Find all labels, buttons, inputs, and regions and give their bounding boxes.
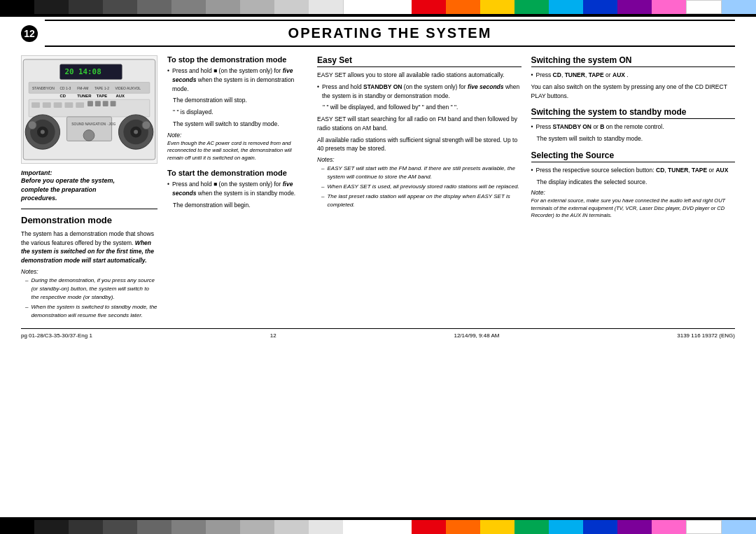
important-text: Before you operate the system, complete …: [21, 176, 158, 203]
easy-set-note-2: – When EASY SET is used, all previously …: [317, 183, 522, 191]
stop-demo-bullet: • Press and hold ■ (on the system only) …: [167, 66, 307, 93]
bgs-5: [137, 520, 172, 534]
gs-3: [69, 0, 103, 14]
column-1: 20 14:08 STANDBY/ON CD 1-3 FM-AM TAPE 1-…: [21, 55, 158, 321]
svg-text:FM-AM: FM-AM: [77, 87, 88, 90]
switching-standby-line1: The system will switch to standby mode.: [531, 134, 736, 143]
c-cyan: [549, 0, 583, 14]
switching-on-title: Switching the system ON: [531, 55, 736, 67]
easy-set-note-3: – The last preset radio station will app…: [317, 192, 522, 209]
gs-7: [206, 0, 240, 14]
c-green: [514, 0, 549, 14]
gs-1: [0, 0, 34, 14]
easy-set-title: Easy Set: [317, 55, 522, 67]
three-column-layout: 20 14:08 STANDBY/ON CD 1-3 FM-AM TAPE 1-…: [21, 55, 735, 321]
bc-green: [514, 520, 549, 534]
switching-on-bullet: • Press CD, TUNER, TAPE or AUX .: [531, 71, 736, 80]
gs-4: [103, 0, 137, 14]
svg-rect-18: [64, 102, 73, 108]
device-image: 20 14:08 STANDBY/ON CD 1-3 FM-AM TAPE 1-…: [21, 55, 158, 164]
start-demo-heading: To start the demonstration mode: [167, 169, 307, 177]
stop-demo-line2: " " is displayed.: [167, 108, 307, 117]
svg-point-34: [83, 130, 94, 141]
svg-text:TAPE: TAPE: [97, 94, 107, 98]
bgs-4: [103, 520, 137, 534]
gs-10: [309, 0, 344, 14]
svg-point-35: [28, 121, 36, 129]
color-bar-bottom: [0, 520, 756, 534]
easy-set-body1: EASY SET allows you to store all availab…: [317, 71, 522, 80]
bgs-3: [69, 520, 103, 534]
important-label: Important:: [21, 169, 158, 176]
svg-point-27: [41, 130, 45, 134]
svg-text:TUNER: TUNER: [77, 94, 92, 98]
easy-set-bullet1: • Press and hold STANDBY ON (on the syst…: [317, 83, 522, 101]
bc-ltblue: [722, 520, 756, 534]
switching-standby-title: Switching the system to standby mode: [531, 107, 736, 119]
column-3: Easy Set EASY SET allows you to store al…: [317, 55, 735, 321]
demo-note-1: – During the demonstration, if you press…: [21, 276, 158, 302]
gs-9: [274, 0, 309, 14]
title-row: 12 OPERATING THE SYSTEM: [21, 20, 735, 47]
selecting-source-note-text: For an external source, make sure you ha…: [531, 197, 736, 220]
switching-on-body1: You can also switch on the system by pre…: [531, 83, 736, 101]
selecting-source-note-label: Note:: [531, 189, 736, 196]
bc-blue: [583, 520, 617, 534]
svg-rect-19: [76, 102, 84, 108]
easy-set-note-1: – EASY SET will start with the FM band. …: [317, 164, 522, 181]
col3-inner: Easy Set EASY SET allows you to store al…: [317, 55, 735, 227]
bgs-6: [172, 520, 206, 534]
start-demo-line1: The demonstration will begin.: [167, 201, 307, 210]
bgs-7: [206, 520, 240, 534]
svg-text:VOL: VOL: [134, 87, 141, 90]
switching-standby-section: Switching the system to standby mode • P…: [531, 107, 736, 143]
svg-rect-16: [43, 102, 51, 108]
color-bar-top: [0, 0, 756, 14]
page-number: 12: [21, 25, 38, 42]
easy-set-notes: – EASY SET will start with the FM band. …: [317, 164, 522, 209]
bc-yellow: [480, 520, 514, 534]
c-blue: [583, 0, 617, 14]
stop-demo-heading: To stop the demonstration mode: [167, 55, 307, 64]
bgs-8: [240, 520, 274, 534]
demo-notes-label: Notes:: [21, 268, 158, 275]
svg-text:VIDEO AUX: VIDEO AUX: [115, 87, 134, 90]
page-body: 12 OPERATING THE SYSTEM 20 14:08: [0, 17, 756, 517]
bwhite-gap: [343, 520, 412, 534]
selecting-source-section: Selecting the Source • Press the respect…: [531, 150, 736, 220]
bgs-2: [34, 520, 69, 534]
demo-notes: – During the demonstration, if you press…: [21, 276, 158, 320]
svg-text:SOUND NAVIGATION · JOG: SOUND NAVIGATION · JOG: [71, 122, 115, 126]
bgs-1: [0, 520, 34, 534]
stop-demo-line3: The system will switch to standby mode.: [167, 120, 307, 129]
svg-text:TAPE 1-2: TAPE 1-2: [94, 87, 109, 90]
c-violet: [617, 0, 652, 14]
gs-5: [137, 0, 172, 14]
demo-body1: The system has a demonstration mode that…: [21, 230, 158, 265]
bc-red: [412, 520, 446, 534]
svg-point-31: [134, 130, 138, 134]
svg-rect-15: [31, 102, 40, 108]
selecting-source-title: Selecting the Source: [531, 150, 736, 162]
svg-rect-17: [54, 102, 62, 108]
footer-left: pg 01-28/C3-35-30/37-Eng 1: [21, 332, 92, 339]
switching-standby-bullet: • Press STANDBY ON or B on the remote co…: [531, 122, 736, 132]
page-title: OPERATING THE SYSTEM: [45, 20, 735, 47]
svg-rect-20: [88, 101, 93, 106]
c-orange: [446, 0, 480, 14]
demo-note-2: – When the system is switched to standby…: [21, 303, 158, 320]
important-box: Important: Before you operate the system…: [21, 169, 158, 203]
easy-set-section: Easy Set EASY SET allows you to store al…: [317, 55, 522, 227]
footer-date: 12/14/99, 9:48 AM: [454, 332, 499, 339]
bc-pink: [652, 520, 686, 534]
svg-text:CD 1-3: CD 1-3: [60, 87, 71, 90]
divider-1: [21, 209, 158, 209]
easy-set-notes-label: Notes:: [317, 156, 522, 163]
switching-on-section: Switching the system ON • Press CD, TUNE…: [531, 55, 736, 100]
white-gap: [344, 0, 412, 14]
page-footer: pg 01-28/C3-35-30/37-Eng 1 12 12/14/99, …: [21, 328, 735, 339]
gs-6: [172, 0, 206, 14]
bc-cyan: [549, 520, 583, 534]
page: 12 OPERATING THE SYSTEM 20 14:08: [0, 0, 756, 534]
svg-text:CD: CD: [60, 94, 66, 98]
